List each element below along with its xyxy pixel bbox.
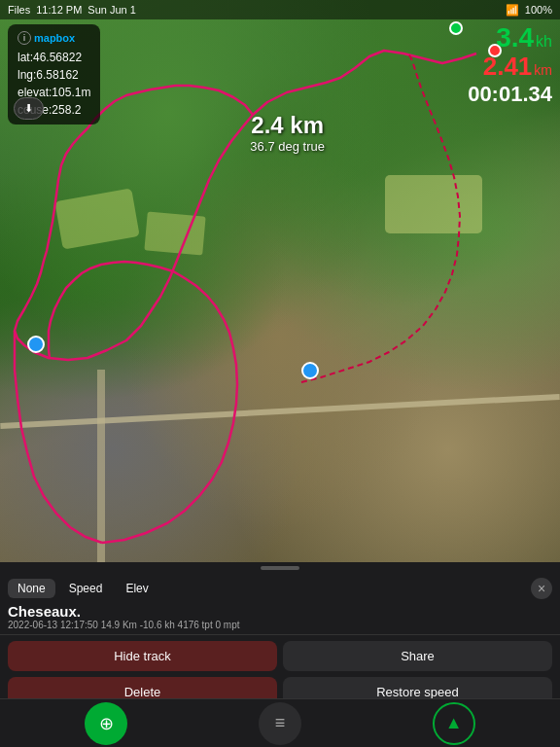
close-button[interactable]: ×: [531, 578, 552, 599]
status-bar: Files 11:12 PM Sun Jun 1 📶 100%: [0, 0, 560, 19]
info-icon[interactable]: i: [18, 31, 31, 45]
bottom-panel: None Speed Elev × Cheseaux. 2022-06-13 1…: [0, 562, 560, 747]
lat-display: lat:46.56822: [18, 49, 90, 66]
location-button[interactable]: ⊕: [85, 702, 127, 745]
status-left: Files 11:12 PM Sun Jun 1: [8, 4, 136, 16]
drag-handle[interactable]: [261, 566, 299, 570]
lng-display: lng:6.58162: [18, 66, 90, 84]
location-marker-2[interactable]: [301, 362, 319, 379]
hide-track-button[interactable]: Hide track: [8, 641, 277, 671]
list-button[interactable]: ≡: [259, 702, 301, 745]
compass-icon: ▲: [445, 713, 463, 733]
app-name: Files: [8, 4, 30, 16]
distance-main: 2.4 km: [250, 112, 325, 139]
status-date: Sun Jun 1: [88, 4, 136, 16]
speed-unit: kh: [536, 33, 552, 51]
speed-value: 3.4: [496, 24, 534, 52]
share-button[interactable]: Share: [283, 641, 552, 671]
mapbox-logo: i mapbox: [18, 30, 90, 47]
distance-value: 2.41: [483, 52, 533, 82]
list-icon: ≡: [275, 713, 286, 733]
track-meta: 2022-06-13 12:17:50 14.9 Km -10.6 kh 417…: [8, 620, 552, 630]
compass-button[interactable]: ▲: [433, 702, 475, 745]
battery-level: 100%: [525, 4, 552, 16]
track-name: Cheseaux.: [8, 603, 552, 620]
distance-unit: km: [534, 62, 552, 78]
wifi-icon: 📶: [506, 4, 519, 17]
tab-none[interactable]: None: [8, 579, 55, 598]
tab-speed[interactable]: Speed: [59, 579, 113, 598]
map-area[interactable]: i mapbox lat:46.56822 lng:6.58162 elevat…: [0, 0, 560, 562]
stats-overlay: 3.4 kh 2.41 km 00:01.34: [468, 24, 552, 107]
tab-bar: None Speed Elev ×: [0, 572, 560, 601]
distance-sub: 36.7 deg true: [250, 139, 325, 154]
provider-name: mapbox: [34, 30, 75, 47]
location-marker-1[interactable]: [27, 336, 45, 353]
start-marker[interactable]: [449, 21, 463, 35]
status-time: 11:12 PM: [36, 4, 82, 16]
tab-elev[interactable]: Elev: [116, 579, 158, 598]
track-info: Cheseaux. 2022-06-13 12:17:50 14.9 Km -1…: [0, 601, 560, 635]
elapsed-time: 00:01.34: [468, 82, 552, 107]
bottom-toolbar: ⊕ ≡ ▲: [0, 698, 560, 747]
download-icon: ⬇: [24, 102, 33, 115]
download-button[interactable]: ⬇: [14, 97, 44, 120]
location-icon: ⊕: [99, 713, 114, 734]
distance-label: 2.4 km 36.7 deg true: [250, 112, 325, 154]
status-right: 📶 100%: [506, 4, 552, 17]
